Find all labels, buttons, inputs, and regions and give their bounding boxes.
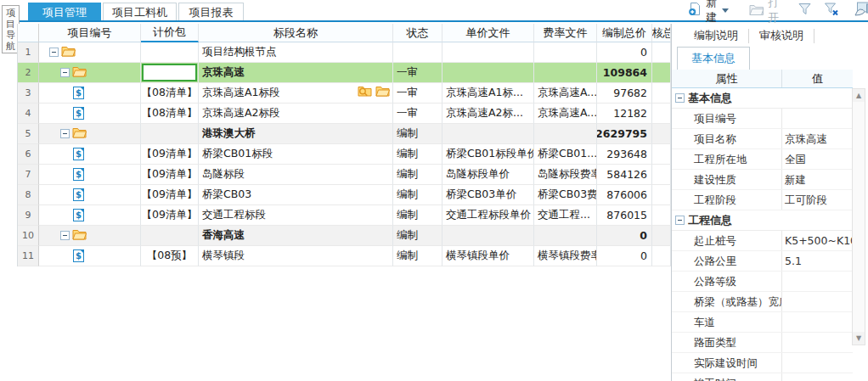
pricing-package-cell[interactable]: 【08清单】 xyxy=(141,83,199,104)
property-value[interactable] xyxy=(782,333,853,352)
open-folder-action-icon[interactable] xyxy=(375,86,390,99)
property-row[interactable]: 竣工时间 xyxy=(672,373,853,381)
rate-file-cell[interactable]: 桥梁CB01... xyxy=(534,144,597,165)
unit-price-file-cell[interactable]: 桥梁CB03单价 xyxy=(442,185,534,205)
section-name-cell[interactable]: 桥梁CB01标段 xyxy=(199,144,393,165)
status-cell[interactable]: 编制 xyxy=(393,124,442,144)
audit-total-cell[interactable] xyxy=(652,104,671,124)
section-name-cell[interactable]: 京珠高速 xyxy=(199,63,393,83)
pricing-package-cell[interactable] xyxy=(141,42,199,63)
col-header-section-name[interactable]: 标段名称 xyxy=(199,24,393,42)
pricing-package-edit-box[interactable] xyxy=(142,64,197,81)
tree-cell[interactable] xyxy=(39,63,141,83)
unit-price-file-cell[interactable]: 京珠高速A1标... xyxy=(442,83,534,104)
col-header-project-number[interactable]: 项目编号 xyxy=(39,24,141,42)
unit-price-file-cell[interactable] xyxy=(442,63,534,83)
compiled-total-cell[interactable]: 2629795 xyxy=(597,124,652,144)
unit-price-file-cell[interactable]: 岛隧标段单价 xyxy=(442,165,534,185)
pricing-package-cell[interactable]: 【09清单】 xyxy=(141,205,199,226)
tab-project-management[interactable]: 项目管理 xyxy=(28,3,101,20)
value-column-header[interactable]: 值 xyxy=(782,70,853,87)
property-scrollbar[interactable]: ▲ ▼ xyxy=(852,88,865,345)
audit-total-cell[interactable] xyxy=(652,63,671,83)
pricing-package-cell[interactable]: 【08预】 xyxy=(141,246,199,266)
section-name-cell[interactable]: 京珠高速A2标段 xyxy=(199,104,393,124)
status-cell[interactable] xyxy=(393,42,442,63)
compiled-total-cell[interactable]: 0 xyxy=(597,246,652,266)
unit-price-file-cell[interactable]: 横琴镇段单价 xyxy=(442,246,534,266)
tree-cell[interactable] xyxy=(39,42,141,63)
pricing-package-cell[interactable] xyxy=(141,63,199,83)
rate-file-cell[interactable]: 交通工程... xyxy=(534,205,597,226)
tree-cell[interactable] xyxy=(39,226,141,246)
property-row[interactable]: 项目编号 xyxy=(672,109,853,129)
table-row[interactable]: 8 $ 【09清单】 桥梁CB03 编制 桥梁CB03单价 桥梁CB03费率 8… xyxy=(18,185,671,205)
compiled-total-cell[interactable]: 0 xyxy=(597,42,652,63)
compiled-total-cell[interactable]: 584126 xyxy=(597,165,652,185)
tab-audit-notes[interactable]: 审核说明 xyxy=(749,25,814,47)
property-value[interactable]: K5+500~K10+600 xyxy=(782,231,853,250)
property-row[interactable]: 实际建设时间 xyxy=(672,353,853,373)
audit-total-cell[interactable] xyxy=(652,165,671,185)
property-value[interactable] xyxy=(782,353,853,373)
rate-file-cell[interactable]: 桥梁CB03费率 xyxy=(534,185,597,205)
audit-total-cell[interactable] xyxy=(652,246,671,266)
folder-search-icon[interactable] xyxy=(358,86,372,99)
property-value[interactable] xyxy=(782,109,853,128)
property-row[interactable]: 项目名称 京珠高速 xyxy=(672,129,853,149)
section-name-cell[interactable]: 桥梁CB03 xyxy=(199,185,393,205)
status-cell[interactable]: 一审 xyxy=(393,83,442,104)
property-value[interactable]: 全国 xyxy=(782,149,853,169)
collapse-expander-icon[interactable] xyxy=(675,216,685,225)
section-name-cell[interactable]: 岛隧标段 xyxy=(199,165,393,185)
property-group-row[interactable]: 基本信息 xyxy=(672,88,853,109)
table-row[interactable]: 1 项目结构根节点 0 xyxy=(18,42,671,63)
audit-total-cell[interactable] xyxy=(652,205,671,226)
section-name-cell[interactable]: 京珠高速A1标段 xyxy=(199,83,393,104)
unit-price-file-cell[interactable] xyxy=(442,42,534,63)
col-header-status[interactable]: 状态 xyxy=(393,24,442,42)
section-name-cell[interactable]: 横琴镇段 xyxy=(199,246,393,266)
property-row[interactable]: 起止桩号 K5+500~K10+600 xyxy=(672,231,853,251)
property-row[interactable]: 车道 xyxy=(672,312,853,333)
tree-cell[interactable]: $ xyxy=(39,205,141,226)
property-row[interactable]: 公路公里 5.1 xyxy=(672,251,853,272)
property-value[interactable]: 新建 xyxy=(782,170,853,189)
tab-project-reports[interactable]: 项目报表 xyxy=(178,3,244,20)
tree-cell[interactable]: $ xyxy=(39,185,141,205)
compiled-total-cell[interactable]: 876006 xyxy=(597,185,652,205)
property-value[interactable] xyxy=(782,272,853,291)
open-button[interactable]: 打开 xyxy=(749,0,779,25)
col-header-pricing-package[interactable]: 计价包 xyxy=(141,24,199,42)
audit-total-cell[interactable] xyxy=(652,226,671,246)
tree-cell[interactable]: $ xyxy=(39,246,141,266)
collapse-expander-icon[interactable] xyxy=(60,129,70,138)
table-row[interactable]: 4 $ 【08清单】 京珠高速A2标段 一审 京珠高速A2标... 京珠高速A.… xyxy=(18,104,671,124)
tab-basic-info[interactable]: 基本信息 xyxy=(677,47,750,70)
property-row[interactable]: 建设性质 新建 xyxy=(672,170,853,190)
unit-price-file-cell[interactable]: 交通工程标段单价 xyxy=(442,205,534,226)
tab-compile-notes[interactable]: 编制说明 xyxy=(684,25,748,47)
property-row[interactable]: 工程所在地 全国 xyxy=(672,149,853,170)
compiled-total-cell[interactable]: 293648 xyxy=(597,144,652,165)
section-name-cell[interactable]: 港珠澳大桥 xyxy=(199,124,393,144)
col-header-compiled-total[interactable]: 编制总价 xyxy=(597,24,652,42)
scroll-down-icon[interactable]: ▼ xyxy=(853,332,865,345)
pricing-package-cell[interactable] xyxy=(141,124,199,144)
pricing-package-cell[interactable]: 【09清单】 xyxy=(141,144,199,165)
tree-cell[interactable]: $ xyxy=(39,144,141,165)
status-cell[interactable]: 编制 xyxy=(393,144,442,165)
tree-cell[interactable]: $ xyxy=(39,104,141,124)
property-row[interactable]: 公路等级 xyxy=(672,272,853,292)
table-row[interactable]: 3 $ 【08清单】 京珠高速A1标段 一审 京珠高速A1标... 京珠高速A.… xyxy=(18,83,671,104)
section-name-cell[interactable]: 香海高速 xyxy=(199,226,393,246)
table-row[interactable]: 6 $ 【09清单】 桥梁CB01标段 编制 桥梁CB01标段单价 桥梁CB01… xyxy=(18,144,671,165)
property-column-header[interactable]: 属性 xyxy=(672,70,782,87)
audit-total-cell[interactable] xyxy=(652,185,671,205)
status-cell[interactable]: 一审 xyxy=(393,63,442,83)
compiled-total-cell[interactable]: 876015 xyxy=(597,205,652,226)
pricing-package-cell[interactable] xyxy=(141,226,199,246)
status-cell[interactable]: 编制 xyxy=(393,185,442,205)
audit-total-cell[interactable] xyxy=(652,144,671,165)
collapse-expander-icon[interactable] xyxy=(49,48,59,57)
